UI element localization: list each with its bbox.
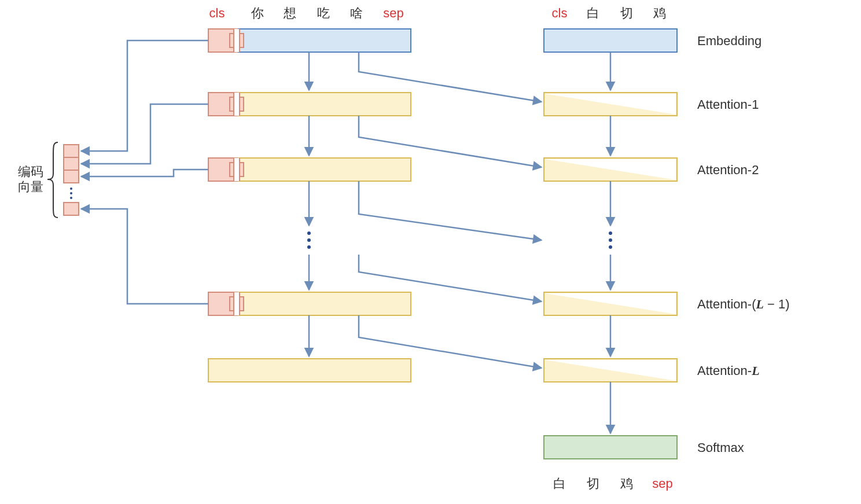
svg-rect-36 — [64, 170, 79, 183]
out-token-3: 鸡 — [620, 476, 633, 491]
svg-point-30 — [307, 245, 311, 249]
dec-token-2: 切 — [620, 6, 633, 20]
svg-point-38 — [70, 192, 72, 194]
decoder-attn-L — [544, 359, 677, 382]
arrow-enc-a2-to-vec — [81, 170, 208, 176]
svg-point-28 — [307, 231, 311, 235]
svg-rect-0 — [237, 29, 411, 52]
decoder-ellipsis — [609, 231, 612, 249]
enc-token-3: 吃 — [317, 6, 330, 20]
arrow-enc-a1-to-vec — [81, 104, 208, 164]
encoder-attn-Lm1 — [208, 292, 411, 315]
dec-token-3: 鸡 — [653, 6, 666, 20]
decoder-softmax — [544, 436, 677, 459]
arrow-enc-aLm1-to-vec — [81, 209, 208, 304]
svg-rect-34 — [64, 145, 79, 157]
encoder-attn-L — [208, 359, 411, 382]
label-softmax: Softmax — [697, 440, 744, 455]
label-encvec-1: 编码 — [18, 164, 43, 179]
enc-token-sep: sep — [383, 6, 403, 20]
decoder-attn-2 — [544, 158, 677, 181]
decoder-output-tokens: 白 切 鸡 sep — [553, 476, 673, 491]
svg-point-37 — [70, 187, 72, 190]
enc-token-cls: cls — [209, 6, 225, 20]
out-token-sep: sep — [652, 476, 672, 491]
label-attn-1: Attention-1 — [697, 97, 759, 112]
arrow-cross-a2-to-decdots — [359, 181, 542, 240]
dec-token-cls: cls — [552, 6, 568, 20]
label-encvec-2: 向量 — [18, 179, 43, 194]
decoder-attn-Lm1 — [544, 292, 677, 315]
svg-rect-12 — [237, 158, 411, 181]
dec-token-1: 白 — [587, 6, 599, 20]
svg-rect-14 — [234, 158, 240, 181]
svg-rect-7 — [234, 93, 240, 116]
svg-rect-5 — [237, 93, 411, 116]
decoder-input-tokens: cls 白 切 鸡 — [552, 6, 666, 20]
brace-icon — [47, 142, 58, 218]
svg-rect-40 — [64, 203, 79, 215]
label-attn-L: Attention-L — [697, 363, 760, 378]
decoder-attn-1 — [544, 93, 677, 116]
label-attn-Lm1: Attention-(L − 1) — [697, 297, 790, 311]
out-token-2: 切 — [587, 476, 599, 491]
svg-point-39 — [70, 197, 72, 199]
label-embedding: Embedding — [697, 34, 761, 48]
encoder-attn-2 — [208, 158, 411, 181]
out-token-1: 白 — [553, 476, 566, 491]
svg-point-32 — [609, 238, 612, 242]
enc-token-2: 想 — [283, 6, 296, 20]
svg-point-31 — [609, 231, 612, 235]
encoder-attn-1 — [208, 93, 411, 116]
label-attn-2: Attention-2 — [697, 163, 759, 177]
enc-token-1: 你 — [251, 6, 264, 20]
encoder-embedding — [208, 29, 411, 52]
decoder-embedding — [544, 29, 677, 52]
svg-rect-2 — [234, 29, 240, 52]
arrow-enc-emb-to-vec — [81, 41, 208, 151]
encoder-ellipsis — [307, 231, 311, 249]
svg-rect-35 — [64, 157, 79, 170]
enc-token-4: 啥 — [350, 6, 363, 20]
svg-rect-19 — [237, 292, 411, 315]
svg-point-33 — [609, 245, 612, 249]
svg-rect-21 — [234, 292, 240, 315]
encoding-vector-stack — [64, 145, 79, 215]
encoder-input-tokens: cls 你 想 吃 啥 sep — [209, 6, 404, 20]
svg-point-29 — [307, 238, 311, 242]
